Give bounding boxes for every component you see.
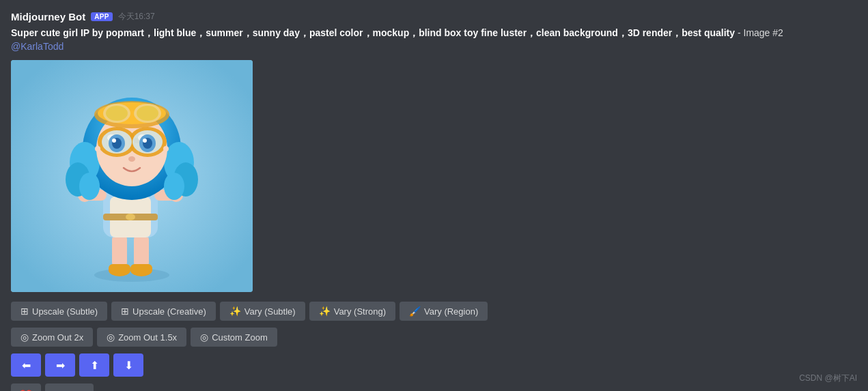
generated-image[interactable] [11, 60, 253, 292]
zoom-out-1-5x-icon: ◎ [107, 332, 115, 343]
chat-container: Midjourney Bot APP 今天16:37 Super cute gi… [0, 0, 868, 391]
arrow-right-icon: ➡ [56, 359, 65, 372]
svg-point-39 [143, 139, 147, 143]
arrow-down-icon: ⬇ [124, 359, 133, 372]
prompt-text: Super cute girl IP by popmart，light blue… [11, 27, 783, 38]
svg-point-46 [128, 156, 135, 162]
custom-zoom-button[interactable]: ◎ Custom Zoom [191, 328, 277, 347]
svg-point-38 [112, 139, 116, 143]
svg-point-45 [137, 106, 158, 121]
button-row-4: ❤️ Web ↗ [11, 383, 857, 391]
custom-zoom-icon: ◎ [200, 332, 208, 343]
bot-name: Midjourney Bot [11, 11, 85, 23]
svg-rect-7 [130, 264, 152, 272]
upscale-subtle-button[interactable]: ⊞ Upscale (Subtle) [11, 302, 107, 321]
vary-strong-button[interactable]: ✨ Vary (Strong) [309, 302, 395, 321]
web-button[interactable]: Web ↗ [45, 383, 94, 391]
svg-point-25 [164, 173, 184, 200]
message-content: Super cute girl IP by popmart，light blue… [11, 27, 857, 53]
arrow-up-button[interactable]: ⬆ [79, 353, 109, 377]
svg-rect-2 [112, 234, 127, 268]
vary-subtle-button[interactable]: ✨ Vary (Subtle) [220, 302, 305, 321]
button-row-1: ⊞ Upscale (Subtle) ⊞ Upscale (Creative) … [11, 302, 857, 321]
svg-rect-5 [109, 264, 130, 272]
vary-region-icon: 🖌️ [409, 306, 421, 317]
zoom-out-2x-icon: ◎ [20, 332, 29, 343]
arrow-left-icon: ⬅ [22, 359, 31, 372]
arrow-up-icon: ⬆ [90, 359, 99, 372]
timestamp: 今天16:37 [118, 11, 155, 23]
vary-strong-icon: ✨ [319, 306, 331, 317]
svg-point-44 [106, 106, 128, 121]
upscale-subtle-icon: ⊞ [20, 306, 29, 317]
svg-rect-3 [134, 234, 149, 268]
svg-point-13 [126, 214, 135, 220]
arrow-right-button[interactable]: ➡ [45, 353, 75, 377]
zoom-out-1-5x-button[interactable]: ◎ Zoom Out 1.5x [97, 328, 186, 347]
image-label: - Image #2 [738, 27, 783, 38]
svg-point-22 [79, 173, 100, 200]
message-header: Midjourney Bot APP 今天16:37 [11, 11, 857, 23]
upscale-creative-button[interactable]: ⊞ Upscale (Creative) [111, 302, 216, 321]
watermark-text: CSDN @树下AI [799, 373, 857, 383]
mention[interactable]: @KarlaTodd [11, 41, 64, 52]
button-row-3: ⬅ ➡ ⬆ ⬇ [11, 353, 857, 377]
footer-watermark: CSDN @树下AI [799, 373, 857, 384]
svg-point-47 [95, 146, 100, 151]
heart-button[interactable]: ❤️ [11, 383, 41, 391]
app-badge: APP [91, 12, 112, 21]
button-row-2: ◎ Zoom Out 2x ◎ Zoom Out 1.5x ◎ Custom Z… [11, 328, 857, 347]
arrow-down-button[interactable]: ⬇ [113, 353, 143, 377]
vary-region-button[interactable]: 🖌️ Vary (Region) [400, 302, 488, 321]
svg-point-48 [163, 146, 169, 151]
vary-subtle-icon: ✨ [229, 306, 241, 317]
arrow-left-button[interactable]: ⬅ [11, 353, 41, 377]
zoom-out-2x-button[interactable]: ◎ Zoom Out 2x [11, 328, 93, 347]
upscale-creative-icon: ⊞ [121, 306, 129, 317]
